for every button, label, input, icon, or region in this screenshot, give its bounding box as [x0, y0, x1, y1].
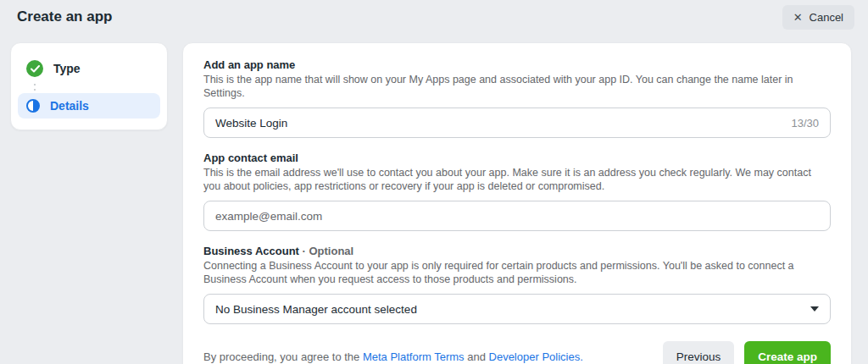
page-header: Create an app ✕ Cancel [0, 0, 868, 34]
business-account-select[interactable]: No Business Manager account selected [203, 294, 831, 324]
step-type[interactable]: Type [18, 56, 160, 81]
agreement-middle: and [465, 350, 489, 363]
step-details-label: Details [50, 99, 89, 113]
details-form-panel: Add an app name This is the app name tha… [182, 42, 852, 364]
previous-button[interactable]: Previous [663, 341, 735, 364]
app-name-label: Add an app name [203, 58, 831, 72]
chevron-down-icon [810, 306, 819, 312]
app-name-input-shell: 13/30 [203, 108, 831, 138]
cancel-button[interactable]: ✕ Cancel [782, 5, 854, 30]
business-account-selected-value: No Business Manager account selected [215, 303, 417, 316]
business-account-label: Business Account · Optional [203, 244, 831, 258]
panel-footer: By proceeding, you agree to the Meta Pla… [203, 341, 831, 364]
step-details[interactable]: Details [18, 93, 160, 119]
business-account-label-text: Business Account [203, 245, 299, 257]
cancel-button-label: Cancel [810, 11, 843, 24]
char-counter: 13/30 [791, 117, 819, 130]
page-title: Create an app [17, 8, 112, 25]
step-type-label: Type [53, 62, 81, 75]
create-app-button[interactable]: Create app [744, 341, 831, 364]
check-circle-icon [26, 60, 43, 77]
steps-sidebar: Type Details [10, 42, 168, 130]
app-name-section: Add an app name This is the app name tha… [203, 58, 831, 138]
business-account-section: Business Account · Optional Connecting a… [203, 244, 831, 324]
close-icon: ✕ [793, 12, 803, 23]
contact-email-label: App contact email [203, 151, 831, 165]
agreement-prefix: By proceeding, you agree to the [203, 350, 363, 363]
content-row: Type Details Add an app name This is the… [0, 34, 868, 364]
half-filled-circle-icon [26, 99, 40, 113]
contact-email-description: This is the email address we'll use to c… [203, 166, 831, 193]
create-app-page: Create an app ✕ Cancel Type Details Add … [0, 0, 868, 364]
contact-email-input-shell [203, 201, 831, 231]
contact-email-section: App contact email This is the email addr… [203, 151, 831, 231]
footer-actions: Previous Create app [663, 341, 831, 364]
step-connector-dots [34, 81, 36, 93]
business-account-description: Connecting a Business Account to your ap… [203, 259, 831, 286]
meta-platform-terms-link[interactable]: Meta Platform Terms [363, 350, 465, 363]
agreement-text: By proceeding, you agree to the Meta Pla… [203, 350, 583, 363]
optional-label: · Optional [299, 245, 353, 257]
app-name-input[interactable] [215, 117, 782, 130]
app-name-description: This is the app name that will show on y… [203, 73, 831, 100]
developer-policies-link[interactable]: Developer Policies. [489, 350, 583, 363]
contact-email-input[interactable] [215, 210, 819, 223]
